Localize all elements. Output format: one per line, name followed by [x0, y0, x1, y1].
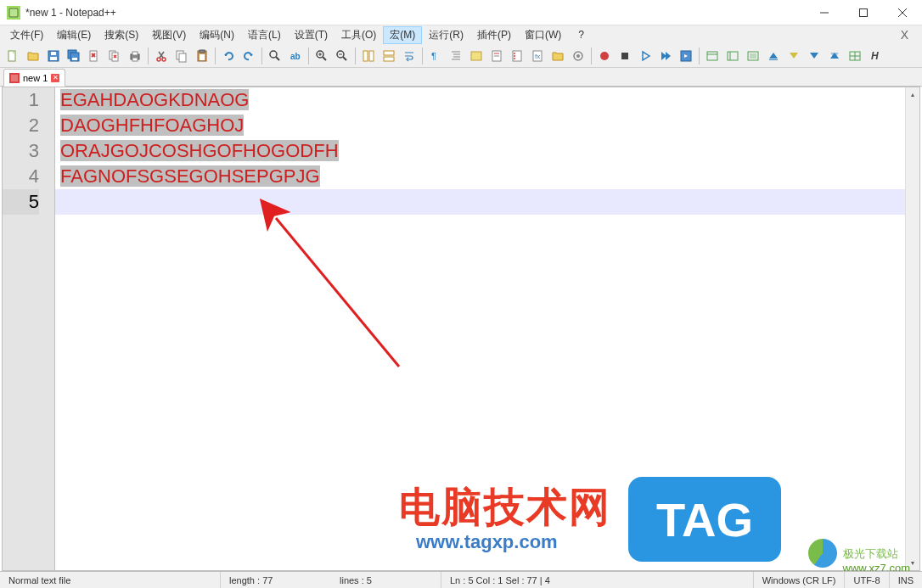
sync-v-icon[interactable] — [359, 47, 378, 65]
svg-rect-30 — [200, 50, 205, 53]
title-bar: *new 1 - Notepad++ — [0, 0, 922, 25]
status-encoding[interactable]: UTF-8 — [845, 572, 889, 588]
new-icon[interactable] — [3, 47, 22, 65]
copy-icon[interactable] — [172, 47, 191, 65]
close-file-icon[interactable] — [85, 47, 104, 65]
play-icon[interactable] — [636, 47, 655, 65]
replace-icon[interactable]: ab — [286, 47, 305, 65]
svg-line-38 — [323, 57, 326, 60]
svg-rect-64 — [621, 53, 628, 59]
toolbar-separator — [355, 48, 356, 64]
show-all-chars-icon[interactable]: ¶ — [426, 47, 445, 65]
stop-icon[interactable] — [616, 47, 634, 65]
tab-close-icon[interactable]: ✕ — [51, 74, 59, 82]
menu-window[interactable]: 窗口(W) — [518, 26, 568, 44]
toolbar-separator — [148, 48, 149, 64]
zoom-in-icon[interactable] — [312, 47, 331, 65]
svg-point-23 — [157, 58, 160, 61]
tb-icon-2[interactable] — [723, 47, 742, 65]
svg-rect-1 — [8, 8, 19, 18]
watermark-logo-icon — [808, 539, 837, 568]
func-list-icon[interactable]: fx — [528, 47, 547, 65]
menu-view[interactable]: 视图(V) — [145, 26, 193, 44]
svg-point-63 — [600, 52, 609, 60]
tb-icon-5[interactable] — [784, 47, 803, 65]
svg-rect-68 — [728, 52, 738, 60]
menu-edit[interactable]: 编辑(E) — [50, 26, 98, 44]
maximize-button[interactable] — [844, 0, 883, 25]
cut-icon[interactable] — [152, 47, 171, 65]
save-icon[interactable] — [44, 47, 63, 65]
svg-rect-51 — [471, 52, 481, 60]
scroll-up-icon[interactable]: ▴ — [906, 87, 919, 102]
menu-encoding[interactable]: 编码(N) — [193, 26, 241, 44]
tab-bar: new 1 ✕ — [0, 68, 922, 87]
svg-rect-21 — [132, 52, 138, 55]
save-all-icon[interactable] — [65, 47, 83, 65]
find-icon[interactable] — [266, 47, 284, 65]
line-number: 5 — [3, 189, 39, 215]
menu-settings[interactable]: 设置(T) — [288, 26, 335, 44]
svg-point-56 — [514, 53, 515, 54]
svg-line-41 — [343, 57, 346, 60]
tb-icon-7[interactable] — [825, 47, 844, 65]
doc-list-icon[interactable] — [508, 47, 526, 65]
code-line: EGAHDAOGKDNAOG — [55, 87, 919, 113]
vertical-scrollbar[interactable]: ▴ ▾ — [905, 87, 919, 570]
tb-icon-3[interactable] — [744, 47, 762, 65]
toolbar-separator — [422, 48, 423, 64]
toolbar-separator — [591, 48, 592, 64]
menu-run[interactable]: 运行(R) — [422, 26, 470, 44]
tab-label: new 1 — [23, 73, 48, 83]
undo-icon[interactable] — [219, 47, 238, 65]
tb-icon-6[interactable] — [805, 47, 824, 65]
status-mode[interactable]: INS — [890, 572, 922, 588]
svg-text:ab: ab — [290, 52, 301, 61]
print-icon[interactable] — [126, 47, 144, 65]
close-all-icon[interactable] — [105, 47, 124, 65]
tab-new-1[interactable]: new 1 ✕ — [3, 69, 65, 87]
save-macro-icon[interactable] — [677, 47, 695, 65]
svg-text:¶: ¶ — [431, 51, 436, 61]
menu-macro[interactable]: 宏(M) — [383, 26, 422, 44]
status-eol[interactable]: Windows (CR LF) — [754, 572, 846, 588]
menu-search[interactable]: 搜索(S) — [98, 26, 145, 44]
code-line: ORAJGOJCOSHGOFHOGODFH — [55, 138, 919, 164]
menu-x-button[interactable]: X — [891, 28, 919, 42]
record-icon[interactable] — [595, 47, 614, 65]
menu-help[interactable]: ? — [571, 27, 591, 42]
user-lang-icon[interactable] — [467, 47, 486, 65]
toolbar-separator — [308, 48, 309, 64]
svg-rect-31 — [200, 54, 205, 60]
status-lines: lines : 5 — [331, 572, 441, 588]
tb-icon-h[interactable]: H — [866, 47, 885, 65]
window-controls — [805, 0, 922, 25]
monitoring-icon[interactable] — [569, 47, 587, 65]
wrap-icon[interactable] — [400, 47, 419, 65]
svg-rect-28 — [179, 53, 186, 62]
indent-guide-icon[interactable] — [447, 47, 465, 65]
tb-icon-1[interactable] — [703, 47, 722, 65]
menu-tools[interactable]: 工具(O) — [335, 26, 383, 44]
sync-h-icon[interactable] — [379, 47, 398, 65]
paste-icon[interactable] — [193, 47, 211, 65]
minimize-button[interactable] — [805, 0, 844, 25]
close-button[interactable] — [883, 0, 922, 25]
app-icon — [7, 6, 20, 20]
tb-icon-8[interactable] — [846, 47, 864, 65]
menu-language[interactable]: 语言(L) — [241, 26, 288, 44]
toolbar-separator — [699, 48, 700, 64]
play-multi-icon[interactable] — [656, 47, 675, 65]
svg-rect-43 — [369, 51, 374, 61]
doc-map-icon[interactable] — [487, 47, 506, 65]
redo-icon[interactable] — [239, 47, 258, 65]
zoom-out-icon[interactable] — [333, 47, 351, 65]
svg-rect-71 — [750, 53, 756, 59]
toolbar: ab ¶ fx H — [0, 44, 922, 68]
svg-rect-45 — [384, 57, 394, 61]
open-icon[interactable] — [24, 47, 42, 65]
folder-icon[interactable] — [548, 47, 567, 65]
tb-icon-4[interactable] — [764, 47, 783, 65]
menu-file[interactable]: 文件(F) — [3, 26, 50, 44]
menu-plugins[interactable]: 插件(P) — [470, 26, 518, 44]
